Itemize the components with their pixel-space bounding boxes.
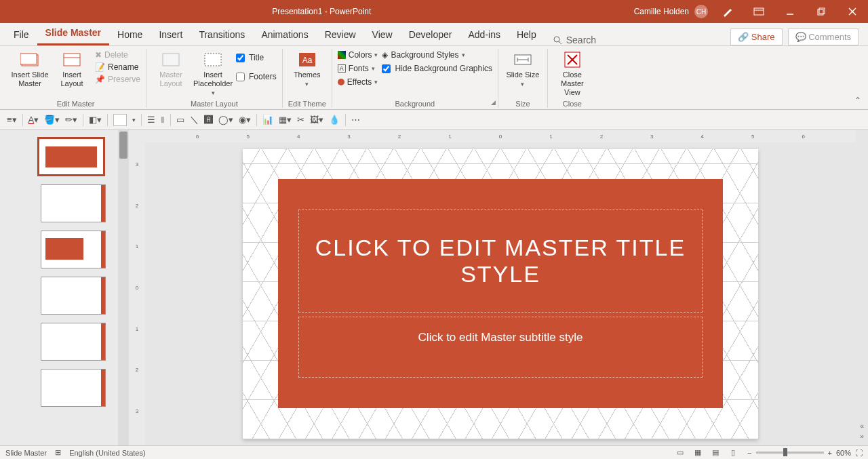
- themes-icon: Aa: [298, 50, 317, 69]
- textbox-icon[interactable]: 🅰: [204, 115, 213, 125]
- view-mode-label: Slide Master: [5, 449, 47, 457]
- shape-outline-icon[interactable]: ✏▾: [65, 115, 77, 125]
- quick-access-toolbar: ≡▾ A▾ 🪣▾ ✏▾ ◧▾ ▾ ☰ ⫴ ▭ ＼ 🅰 ◯▾ ◉▾ 📊 ▦▾ ✂ …: [0, 110, 868, 130]
- thumbnail-panel: [0, 130, 129, 445]
- background-styles-button[interactable]: ◈ Background Styles: [382, 50, 492, 60]
- group-edit-master: Insert Slide Master Insert Layout ✖ Dele…: [5, 49, 146, 108]
- eyedropper-icon[interactable]: 💧: [329, 115, 340, 125]
- delete-button[interactable]: ✖ Delete: [95, 50, 140, 60]
- font-color-icon[interactable]: A▾: [28, 115, 39, 125]
- restore-button[interactable]: [806, 0, 837, 23]
- insert-placeholder-button[interactable]: Insert Placeholder: [194, 49, 232, 97]
- group-label: Edit Master: [57, 98, 95, 108]
- slideshow-view-icon[interactable]: ▯: [727, 448, 739, 458]
- master-title-placeholder[interactable]: Click to edit Master title style: [298, 209, 703, 313]
- vertical-scrollbar[interactable]: « »: [856, 130, 868, 445]
- rename-button[interactable]: 📝 Rename: [95, 62, 140, 72]
- chart-icon[interactable]: 📊: [262, 115, 273, 125]
- tab-slide-master[interactable]: Slide Master: [37, 22, 109, 45]
- comments-button[interactable]: 💬 Comments: [788, 28, 859, 45]
- group-label: Master Layout: [191, 98, 238, 108]
- shapes-icon[interactable]: ◯▾: [218, 115, 233, 125]
- share-button[interactable]: 🔗 Share: [730, 28, 782, 45]
- shape-fill-icon[interactable]: 🪣▾: [44, 115, 60, 125]
- merge-icon[interactable]: ◉▾: [239, 115, 251, 125]
- thumb-layout-1[interactable]: [41, 184, 106, 222]
- effects-button[interactable]: Effects: [338, 77, 378, 87]
- collapse-ribbon-icon[interactable]: ⌃: [854, 96, 861, 105]
- insert-layout-button[interactable]: Insert Layout: [53, 49, 91, 88]
- zoom-slider[interactable]: [756, 452, 824, 454]
- minimize-button[interactable]: [774, 0, 806, 23]
- user-area[interactable]: Camille Holden CH: [630, 5, 712, 18]
- master-layout-button: Master Layout: [152, 49, 190, 88]
- align-center-icon[interactable]: ☰: [147, 115, 155, 125]
- group-close: Close Master View Close: [548, 49, 597, 108]
- zoom-level[interactable]: 60%: [836, 449, 851, 457]
- crop-icon[interactable]: ✂: [297, 115, 304, 125]
- footers-checkbox[interactable]: Footers: [236, 72, 277, 81]
- zoom-out-button[interactable]: −: [747, 449, 751, 457]
- thumb-layout-5[interactable]: [41, 369, 106, 407]
- user-avatar[interactable]: CH: [694, 5, 708, 18]
- group-label: Background: [395, 98, 435, 108]
- thumb-layout-4[interactable]: [41, 323, 106, 361]
- fonts-button[interactable]: A Fonts: [338, 64, 378, 73]
- insert-slide-master-button[interactable]: Insert Slide Master: [11, 49, 49, 88]
- normal-view-icon[interactable]: ▭: [674, 448, 686, 458]
- thumbnail-scrollbar[interactable]: [118, 130, 129, 445]
- language-label[interactable]: English (United States): [69, 449, 146, 457]
- zoom-in-button[interactable]: +: [828, 449, 832, 457]
- fit-to-window-icon[interactable]: ⛶: [855, 449, 863, 457]
- close-button[interactable]: [837, 0, 868, 23]
- colors-button[interactable]: Colors: [338, 50, 378, 60]
- hide-background-checkbox[interactable]: Hide Background Graphics: [382, 64, 492, 73]
- tab-review[interactable]: Review: [317, 24, 364, 45]
- slide-size-button[interactable]: Slide Size: [504, 49, 542, 88]
- arrange-icon[interactable]: ◧▾: [89, 115, 102, 125]
- prev-slide-icon[interactable]: «: [860, 422, 864, 430]
- master-subtitle-placeholder[interactable]: Click to edit Master subtitle style: [298, 317, 703, 378]
- tell-me-search[interactable]: Search: [545, 35, 604, 45]
- ribbon-tabs: File Slide Master Home Insert Transition…: [0, 23, 868, 46]
- tab-home[interactable]: Home: [109, 24, 151, 45]
- tab-developer[interactable]: Developer: [401, 24, 460, 45]
- tab-addins[interactable]: Add-ins: [460, 24, 508, 45]
- rectangle-icon[interactable]: ▭: [176, 115, 184, 125]
- overflow-icon[interactable]: ⋯: [351, 115, 360, 125]
- next-slide-icon[interactable]: »: [860, 433, 864, 440]
- shape-style[interactable]: [113, 114, 127, 126]
- preserve-button[interactable]: 📌 Preserve: [95, 75, 140, 84]
- thumb-slide-master[interactable]: [37, 137, 105, 176]
- align-icon[interactable]: ≡▾: [7, 115, 17, 125]
- reading-view-icon[interactable]: ▤: [709, 448, 722, 458]
- pen-icon[interactable]: [712, 0, 743, 23]
- status-bar: Slide Master ⊞ English (United States) ▭…: [0, 445, 868, 459]
- tab-animations[interactable]: Animations: [253, 24, 316, 45]
- tab-file[interactable]: File: [5, 24, 37, 45]
- tab-transitions[interactable]: Transitions: [191, 24, 253, 45]
- search-label: Search: [566, 35, 596, 45]
- slide[interactable]: Click to edit Master title style Click t…: [243, 149, 758, 439]
- themes-button[interactable]: Aa Themes: [288, 49, 326, 88]
- picture-icon[interactable]: 🖼▾: [310, 115, 323, 125]
- accessibility-icon[interactable]: ⊞: [55, 448, 61, 457]
- line-icon[interactable]: ＼: [190, 114, 199, 126]
- background-launcher-icon[interactable]: ◢: [491, 99, 496, 106]
- thumb-layout-2[interactable]: [41, 231, 106, 268]
- sorter-view-icon[interactable]: ▦: [692, 448, 704, 458]
- layout-icon: [62, 50, 81, 69]
- tab-view[interactable]: View: [364, 24, 401, 45]
- thumb-layout-3[interactable]: [41, 277, 106, 315]
- align-middle-icon[interactable]: ⫴: [161, 115, 165, 125]
- svg-rect-0: [754, 8, 764, 15]
- close-master-view-button[interactable]: Close Master View: [553, 49, 591, 98]
- size-icon: [513, 50, 532, 69]
- table-icon[interactable]: ▦▾: [279, 115, 292, 125]
- search-icon: [553, 35, 562, 45]
- tab-insert[interactable]: Insert: [151, 24, 191, 45]
- ribbon-display-icon[interactable]: [743, 0, 774, 23]
- title-checkbox[interactable]: Title: [236, 53, 277, 62]
- tab-help[interactable]: Help: [509, 24, 545, 45]
- vertical-ruler: 3210123: [129, 130, 145, 445]
